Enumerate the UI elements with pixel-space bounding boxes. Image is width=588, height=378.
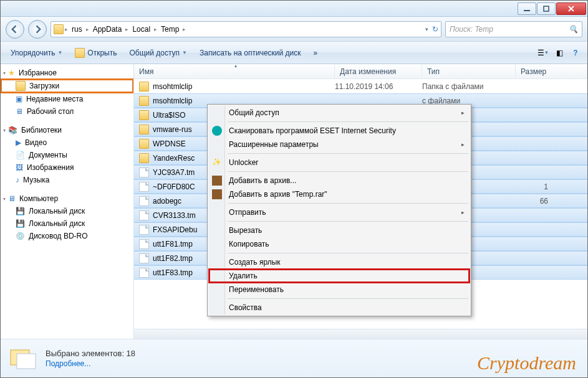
ctx-delete[interactable]: Удалить — [209, 269, 470, 283]
sidebar-item-documents[interactable]: 📄Документы — [1, 149, 133, 161]
rar-icon — [212, 189, 222, 199]
wand-icon: ✨ — [212, 158, 222, 168]
sidebar-libraries[interactable]: ▾📚Библиотеки — [1, 124, 133, 136]
close-button[interactable] — [556, 2, 586, 15]
eset-icon — [212, 126, 222, 136]
file-date: 11.10.2019 14:06 — [335, 82, 422, 91]
forward-button[interactable] — [28, 20, 47, 39]
selection-count: Выбрано элементов: 18 — [46, 349, 135, 358]
col-size[interactable]: Размер — [516, 64, 587, 78]
ctx-advanced[interactable]: Расширенные параметры▸ — [209, 138, 470, 151]
selection-icon — [8, 344, 38, 374]
ctx-properties[interactable]: Свойства — [209, 301, 470, 314]
folder-icon — [139, 82, 149, 92]
file-icon — [139, 210, 149, 220]
file-icon — [139, 168, 149, 177]
burn-button[interactable]: Записать на оптический диск — [195, 46, 306, 60]
sidebar-item-video[interactable]: ▶Видео — [1, 136, 133, 149]
folder-icon — [139, 125, 149, 135]
folder-open-icon — [75, 48, 85, 58]
col-name[interactable]: Имя — [134, 64, 335, 78]
address-bar[interactable]: ▸ rus▸ AppData▸ Local▸ Temp▸ ▾ ↻ — [51, 21, 441, 37]
file-name: utt1F83.tmp — [153, 268, 193, 277]
ctx-eset-scan[interactable]: Сканировать программой ESET Internet Sec… — [209, 124, 470, 138]
file-row[interactable]: msohtmlclip11.10.2019 14:06Папка с файла… — [134, 79, 587, 93]
breadcrumb-appdata[interactable]: AppData — [90, 24, 125, 35]
ctx-send[interactable]: Отправить▸ — [209, 206, 470, 219]
file-name: msohtmlclip — [153, 97, 192, 105]
file-icon — [139, 253, 149, 263]
file-name: msohtmlclip — [153, 82, 192, 91]
refresh-icon[interactable]: ↻ — [432, 25, 438, 34]
titlebar — [1, 1, 587, 17]
sidebar-item-images[interactable]: 🖼Изображения — [1, 161, 133, 174]
sidebar-favorites[interactable]: ▾★Избранное — [1, 67, 133, 79]
file-type: Папка с файлами — [422, 82, 516, 91]
file-name: vmware-rus — [153, 125, 192, 134]
sidebar-computer[interactable]: ▾🖥Компьютер — [1, 192, 133, 205]
bd-icon: 💿 — [16, 232, 25, 240]
col-type[interactable]: Тип — [422, 64, 516, 78]
view-button[interactable]: ☰ ▼ — [536, 46, 550, 60]
disk-icon: 💾 — [16, 207, 25, 215]
libraries-icon: 📚 — [8, 126, 17, 135]
col-date[interactable]: Дата изменения — [335, 64, 422, 78]
explorer-window: ▸ rus▸ AppData▸ Local▸ Temp▸ ▾ ↻ Поиск: … — [0, 0, 588, 378]
disk-icon: 💾 — [16, 219, 25, 228]
documents-icon: 📄 — [16, 151, 25, 159]
music-icon: ♪ — [16, 176, 19, 184]
preview-button[interactable]: ◧ — [552, 46, 566, 60]
ctx-add-archive[interactable]: Добавить в архив... — [209, 174, 470, 187]
sidebar-item-recent[interactable]: ▣Недавние места — [1, 93, 133, 105]
file-name: WPDNSE — [153, 139, 186, 148]
file-icon — [139, 239, 149, 249]
ctx-rename[interactable]: Переименовать — [209, 283, 470, 296]
toolbar: Упорядочить ▼ Открыть Общий доступ ▼ Зап… — [1, 42, 587, 64]
computer-icon: 🖥 — [8, 194, 16, 203]
sidebar-item-desktop[interactable]: 🖥Рабочий стол — [1, 105, 133, 118]
share-button[interactable]: Общий доступ ▼ — [124, 46, 192, 60]
breadcrumb-temp[interactable]: Temp — [158, 24, 181, 35]
breadcrumb-rus[interactable]: rus — [69, 24, 85, 35]
sidebar-item-disk2[interactable]: 💾Локальный диск — [1, 217, 133, 230]
organize-button[interactable]: Упорядочить ▼ — [6, 46, 67, 60]
file-size: 1 — [516, 182, 553, 191]
chevron-icon: ▸ — [65, 26, 68, 32]
ctx-share[interactable]: Общий доступ▸ — [209, 106, 470, 120]
svg-rect-1 — [544, 6, 549, 11]
search-box[interactable]: Поиск: Temp 🔍 — [445, 21, 582, 37]
more-button[interactable]: » — [309, 46, 323, 60]
ctx-add-temp-rar[interactable]: Добавить в архив "Temp.rar" — [209, 187, 470, 201]
file-size: 66 — [516, 197, 553, 206]
file-name: utt1F82.tmp — [153, 254, 193, 263]
file-name: utt1F81.tmp — [153, 240, 193, 248]
dropdown-icon[interactable]: ▾ — [425, 26, 428, 32]
open-button[interactable]: Открыть — [70, 45, 122, 60]
breadcrumb-local[interactable]: Local — [130, 24, 153, 35]
sidebar-item-downloads[interactable]: Загрузки — [1, 79, 133, 93]
file-name: adobegc — [153, 197, 181, 206]
minimize-button[interactable] — [518, 2, 536, 15]
column-headers: Имя Дата изменения Тип Размер — [134, 64, 587, 79]
help-button[interactable]: ? — [569, 46, 582, 60]
ctx-copy[interactable]: Копировать — [209, 237, 470, 251]
desktop-icon: 🖥 — [16, 107, 23, 116]
sidebar-item-disk1[interactable]: 💾Локальный диск — [1, 205, 133, 217]
ctx-shortcut[interactable]: Создать ярлык — [209, 255, 470, 269]
folder-icon — [139, 96, 149, 106]
ctx-unlocker[interactable]: ✨Unlocker — [209, 156, 470, 169]
details-link[interactable]: Подробнее... — [46, 359, 135, 368]
maximize-button[interactable] — [537, 2, 556, 15]
back-button[interactable] — [6, 20, 24, 39]
scrollbar-horizontal[interactable] — [134, 329, 587, 339]
file-name: YJC93A7.tm — [153, 168, 195, 177]
file-icon — [139, 225, 149, 235]
sidebar-item-music[interactable]: ♪Музыка — [1, 174, 133, 186]
sidebar-item-bdrom[interactable]: 💿Дисковод BD-RO — [1, 230, 133, 242]
folder-icon — [54, 24, 64, 34]
search-icon[interactable]: 🔍 — [569, 25, 578, 34]
ctx-cut[interactable]: Вырезать — [209, 224, 470, 237]
folder-icon — [16, 81, 26, 91]
file-name: ~DF0FD80C — [153, 182, 195, 191]
folder-icon — [139, 110, 149, 120]
